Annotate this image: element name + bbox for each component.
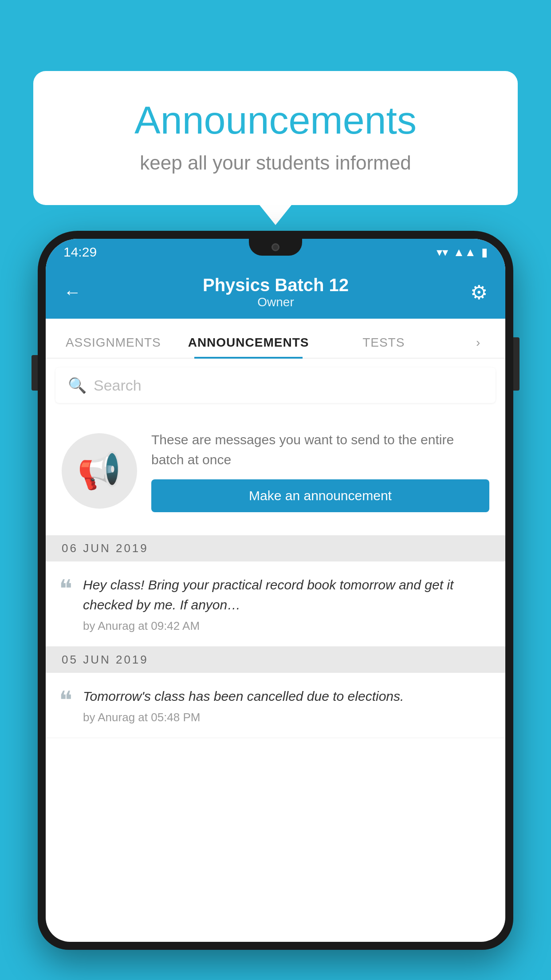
tab-tests[interactable]: TESTS xyxy=(316,336,451,358)
tab-assignments[interactable]: ASSIGNMENTS xyxy=(46,336,181,358)
notch xyxy=(249,239,302,256)
owner-label: Owner xyxy=(203,295,349,309)
prompt-right: These are messages you want to send to t… xyxy=(151,430,489,512)
megaphone-circle: 📢 xyxy=(62,433,137,509)
header-title-area: Physics Batch 12 Owner xyxy=(203,275,349,309)
status-bar: 14:29 ▾▾ ▲▲ ▮ xyxy=(46,239,505,265)
announcement-message-1: Hey class! Bring your practical record b… xyxy=(83,575,489,615)
wifi-icon: ▾▾ xyxy=(437,245,448,259)
settings-icon[interactable]: ⚙ xyxy=(470,281,488,304)
announcement-item-2[interactable]: ❝ Tomorrow's class has been cancelled du… xyxy=(46,673,505,738)
search-icon: 🔍 xyxy=(68,376,87,394)
bubble-subtitle: keep all your students informed xyxy=(69,152,482,174)
tab-announcements[interactable]: ANNOUNCEMENTS xyxy=(181,336,316,358)
app-header: ← Physics Batch 12 Owner ⚙ xyxy=(46,265,505,319)
make-announcement-button[interactable]: Make an announcement xyxy=(151,479,489,512)
phone-screen: 14:29 ▾▾ ▲▲ ▮ ← Physics Batch 12 Owner ⚙ xyxy=(46,239,505,942)
date-separator-1: 06 JUN 2019 xyxy=(46,535,505,561)
speech-bubble-container: Announcements keep all your students inf… xyxy=(33,71,518,205)
tab-bar: ASSIGNMENTS ANNOUNCEMENTS TESTS › xyxy=(46,319,505,359)
status-time: 14:29 xyxy=(63,245,97,260)
announcement-meta-2: by Anurag at 05:48 PM xyxy=(83,711,489,724)
announcement-text-area-2: Tomorrow's class has been cancelled due … xyxy=(83,686,489,724)
prompt-description: These are messages you want to send to t… xyxy=(151,430,489,470)
battery-icon: ▮ xyxy=(481,245,488,259)
speech-bubble: Announcements keep all your students inf… xyxy=(33,71,518,205)
date-separator-2: 05 JUN 2019 xyxy=(46,647,505,673)
announcement-text-area-1: Hey class! Bring your practical record b… xyxy=(83,575,489,633)
announcement-message-2: Tomorrow's class has been cancelled due … xyxy=(83,686,489,706)
signal-icon: ▲▲ xyxy=(453,245,476,259)
quote-icon-1: ❝ xyxy=(59,577,72,601)
phone-container: 14:29 ▾▾ ▲▲ ▮ ← Physics Batch 12 Owner ⚙ xyxy=(38,231,513,980)
bubble-title: Announcements xyxy=(69,98,482,143)
announcement-prompt: 📢 These are messages you want to send to… xyxy=(46,412,505,530)
batch-title: Physics Batch 12 xyxy=(203,275,349,295)
search-bar[interactable]: 🔍 Search xyxy=(55,368,496,403)
search-placeholder: Search xyxy=(94,377,142,394)
screen-content: 🔍 Search 📢 These are messages you want t… xyxy=(46,359,505,941)
announcement-item-1[interactable]: ❝ Hey class! Bring your practical record… xyxy=(46,561,505,647)
phone-outer: 14:29 ▾▾ ▲▲ ▮ ← Physics Batch 12 Owner ⚙ xyxy=(38,231,513,950)
quote-icon-2: ❝ xyxy=(59,688,72,713)
tab-more[interactable]: › xyxy=(451,336,505,358)
back-button[interactable]: ← xyxy=(63,282,81,302)
megaphone-icon: 📢 xyxy=(77,450,122,492)
status-icons: ▾▾ ▲▲ ▮ xyxy=(437,245,488,259)
announcement-meta-1: by Anurag at 09:42 AM xyxy=(83,619,489,633)
camera xyxy=(272,243,279,251)
